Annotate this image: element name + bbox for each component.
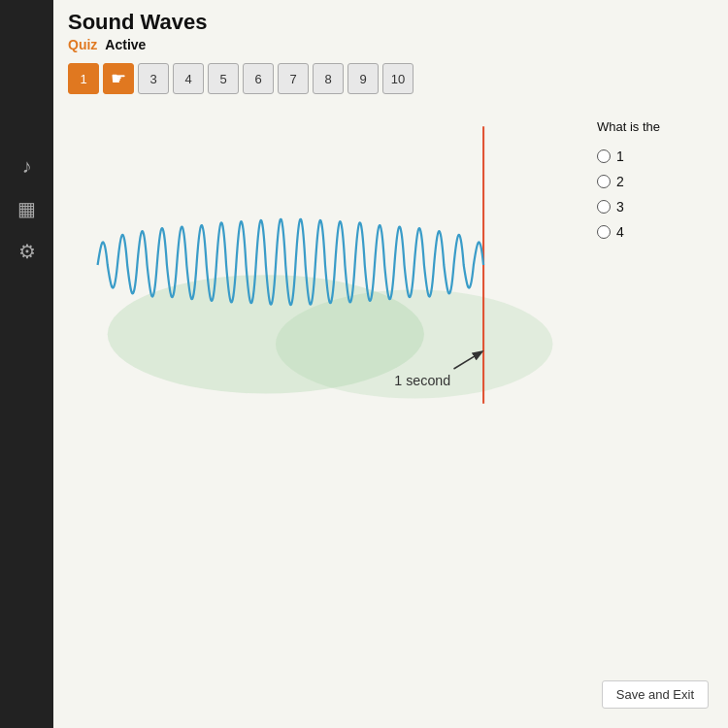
tab-10[interactable]: 10 (382, 63, 414, 94)
sidebar-icon-settings[interactable]: ⚙ (18, 240, 36, 263)
sidebar-icon-music[interactable]: ♪ (22, 155, 32, 178)
tab-9[interactable]: 9 (347, 63, 379, 94)
tabs-row: 1 ☛ 3 4 5 6 7 8 9 10 (53, 57, 728, 100)
option-row-2[interactable]: 2 (597, 174, 713, 189)
tab-4[interactable]: 4 (173, 63, 204, 94)
option-row-1[interactable]: 1 (597, 149, 713, 164)
radio-4[interactable] (597, 225, 611, 239)
option-label-3: 3 (616, 199, 624, 215)
radio-1[interactable] (597, 149, 611, 163)
question-area: 1 second What is the 1 2 3 4 (53, 100, 728, 711)
tab-2[interactable]: ☛ (103, 63, 134, 94)
option-row-4[interactable]: 4 (597, 224, 713, 240)
wave-diagram: 1 second (68, 110, 582, 420)
radio-3[interactable] (597, 200, 611, 214)
svg-text:1 second: 1 second (394, 373, 450, 388)
main-area: Sound Waves Quiz Active 1 ☛ 3 4 5 6 7 8 … (53, 0, 728, 728)
question-text: What is the (597, 119, 713, 134)
wave-container: 1 second (68, 110, 582, 702)
page-title: Sound Waves (68, 10, 713, 35)
right-panel: What is the 1 2 3 4 (597, 110, 713, 702)
tab-6[interactable]: 6 (243, 63, 274, 94)
tab-8[interactable]: 8 (313, 63, 344, 94)
header: Sound Waves Quiz Active (53, 0, 728, 57)
sidebar: ♪ ▦ ⚙ (0, 0, 53, 728)
tab-5[interactable]: 5 (208, 63, 239, 94)
tab-3[interactable]: 3 (138, 63, 169, 94)
sidebar-icon-grid[interactable]: ▦ (17, 197, 36, 220)
quiz-label: Quiz (68, 37, 97, 52)
option-row-3[interactable]: 3 (597, 199, 713, 215)
subtitle-row: Quiz Active (68, 37, 713, 52)
option-label-1: 1 (616, 149, 624, 164)
tab-1[interactable]: 1 (68, 63, 99, 94)
radio-2[interactable] (597, 175, 611, 188)
active-label: Active (105, 37, 146, 52)
save-exit-button[interactable]: Save and Exit (602, 680, 709, 709)
option-label-4: 4 (616, 224, 624, 240)
option-label-2: 2 (616, 174, 624, 189)
tab-7[interactable]: 7 (278, 63, 309, 94)
